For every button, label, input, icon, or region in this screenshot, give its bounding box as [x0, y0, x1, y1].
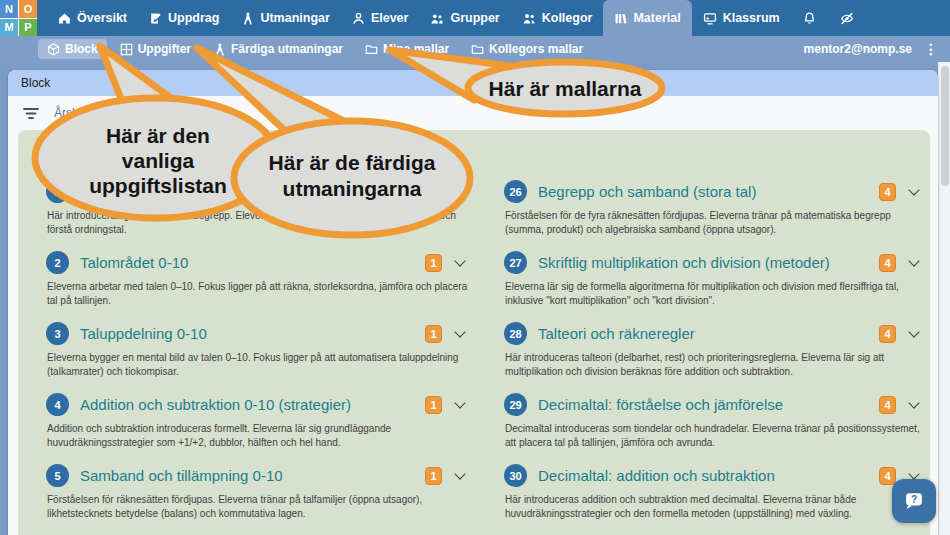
block-number-badge: 3 [46, 322, 69, 345]
subnav-item-label: Kollegors mallar [489, 42, 583, 56]
block-title: Taluppdelning 0-10 [80, 325, 417, 342]
nav-item-label: Klassrum [723, 11, 780, 25]
page-scrollbar[interactable] [938, 62, 950, 535]
cube-icon [47, 43, 60, 56]
folder-icon [365, 43, 378, 56]
nav-item-uppdrag[interactable]: Uppdrag [138, 0, 230, 36]
block-item-header[interactable]: 29Decimaltal: förståelse och jämförelse4 [504, 393, 924, 416]
block-description: Förståelsen för de fyra räknesätten förd… [505, 209, 923, 237]
nav-item-label: Översikt [77, 11, 127, 25]
filter-row: Årskurs [8, 96, 938, 130]
nav-item-översikt[interactable]: Översikt [47, 0, 138, 36]
block-description: Här introduceras grundläggande begrepp. … [47, 209, 469, 237]
block-item-header[interactable]: 30Decimaltal: addition och subtraktion4 [504, 464, 924, 487]
chevron-down-icon[interactable] [454, 397, 465, 408]
block-item: 5Samband och tillämpning 0-101Förståelse… [46, 464, 470, 521]
block-item: 1Antalsuppfattning och tal 0-101Här intr… [46, 180, 470, 237]
topnav-icon-buttons [791, 0, 866, 36]
bell-icon [803, 12, 816, 25]
block-panel: Block Årskurs 1Antalsuppfattning och tal… [8, 70, 938, 535]
chevron-down-icon[interactable] [908, 326, 919, 337]
block-item-header[interactable]: 4Addition och subtraktion 0-10 (strategi… [46, 393, 470, 416]
challenge-icon [213, 43, 226, 56]
block-list-container: 1Antalsuppfattning och tal 0-101Här intr… [18, 130, 930, 535]
block-item-header[interactable]: 5Samband och tillämpning 0-101 [46, 464, 470, 487]
grid-icon [120, 43, 133, 56]
chevron-down-icon[interactable] [454, 468, 465, 479]
block-number-badge: 30 [504, 464, 527, 487]
assignment-count-badge: 1 [425, 183, 442, 201]
block-item: 30Decimaltal: addition och subtraktion4H… [504, 464, 924, 521]
chevron-down-icon[interactable] [454, 184, 465, 195]
colleagues-icon [522, 12, 536, 25]
assignment-count-badge: 1 [425, 467, 442, 485]
help-chat-button[interactable]: ? [892, 479, 936, 523]
block-item-header[interactable]: 27Skriftlig multiplikation och division … [504, 251, 924, 274]
filter-icon[interactable] [23, 107, 39, 120]
block-item: 2Talområdet 0-101Eleverna arbetar med ta… [46, 251, 470, 308]
block-title: Addition och subtraktion 0-10 (strategie… [80, 396, 417, 413]
student-icon [352, 12, 365, 25]
block-title: Talområdet 0-10 [80, 254, 417, 271]
block-number-badge: 27 [504, 251, 527, 274]
block-item: 26Begrepp och samband (stora tal)4Förstå… [504, 180, 924, 237]
nav-item-label: Utmaningar [260, 11, 329, 25]
kebab-menu-icon[interactable]: ⋮ [912, 41, 942, 57]
subnav-item-färdiga-utmaningar[interactable]: Färdiga utmaningar [204, 39, 352, 59]
chevron-down-icon[interactable] [908, 468, 919, 479]
block-title: Decimaltal: addition och subtraktion [538, 467, 871, 484]
subnav-right: mentor2@nomp.se ⋮ [804, 41, 942, 57]
block-item-header[interactable]: 28Talteori och räkneregler4 [504, 322, 924, 345]
nav-item-elever[interactable]: Elever [341, 0, 420, 36]
block-item: 3Taluppdelning 0-101Eleverna bygger en m… [46, 322, 470, 379]
nav-item-utmaningar[interactable]: Utmaningar [230, 0, 340, 36]
block-number-badge: 29 [504, 393, 527, 416]
scrollbar-thumb[interactable] [941, 66, 949, 186]
subnav-items: BlockUppgifterFärdiga utmaningarMina mal… [38, 39, 596, 59]
chevron-down-icon[interactable] [454, 255, 465, 266]
assignment-count-badge: 1 [425, 325, 442, 343]
block-title: Decimaltal: förståelse och jämförelse [538, 396, 871, 413]
assignment-count-badge: 4 [879, 254, 896, 272]
nav-item-grupper[interactable]: Grupper [419, 0, 510, 36]
block-description: Decimaltal introduceras som tiondelar oc… [505, 422, 923, 450]
chevron-down-icon[interactable] [908, 184, 919, 195]
assignment-count-badge: 1 [425, 396, 442, 414]
block-item-header[interactable]: 3Taluppdelning 0-101 [46, 322, 470, 345]
block-number-badge: 5 [46, 464, 69, 487]
material-icon [614, 12, 627, 25]
block-item-header[interactable]: 2Talområdet 0-101 [46, 251, 470, 274]
block-title: Skriftlig multiplikation och division (m… [538, 254, 871, 271]
subnav-item-kollegors-mallar[interactable]: Kollegors mallar [462, 39, 592, 59]
subnav-item-label: Mina mallar [383, 42, 449, 56]
block-item-header[interactable]: 26Begrepp och samband (stora tal)4 [504, 180, 924, 203]
assignment-count-badge: 1 [425, 254, 442, 272]
nomp-logo[interactable]: NOMP [0, 0, 37, 36]
block-column-right: 26Begrepp och samband (stora tal)4Förstå… [504, 180, 924, 535]
chevron-down-icon[interactable] [454, 326, 465, 337]
nav-button-bell[interactable] [791, 0, 828, 36]
subnav-item-uppgifter[interactable]: Uppgifter [111, 39, 200, 59]
challenge-icon [241, 12, 254, 25]
grade-filter-label[interactable]: Årskurs [54, 106, 95, 120]
subnav-item-mina-mallar[interactable]: Mina mallar [356, 39, 458, 59]
block-number-badge: 28 [504, 322, 527, 345]
block-item: 4Addition och subtraktion 0-10 (strategi… [46, 393, 470, 450]
chat-bubble-question-icon: ? [900, 487, 928, 515]
nav-item-material[interactable]: Material [603, 0, 691, 36]
block-description: Här introduceras addition och subtraktio… [505, 493, 923, 521]
assignment-count-badge: 4 [879, 396, 896, 414]
assignment-icon [149, 12, 162, 25]
nav-item-label: Material [633, 11, 680, 25]
chevron-down-icon[interactable] [908, 397, 919, 408]
nav-item-klassrum[interactable]: Klassrum [692, 0, 791, 36]
topnav-items: ÖversiktUppdragUtmaningarEleverGrupperKo… [47, 0, 791, 36]
assignment-count-badge: 4 [879, 183, 896, 201]
block-description: Här introduceras talteori (delbarhet, re… [505, 351, 923, 379]
nav-button-eye-off[interactable] [828, 0, 866, 36]
subnav-item-block[interactable]: Block [38, 39, 107, 59]
block-item-header[interactable]: 1Antalsuppfattning och tal 0-101 [46, 180, 470, 203]
nav-item-kollegor[interactable]: Kollegor [511, 0, 604, 36]
nav-item-label: Uppdrag [168, 11, 219, 25]
chevron-down-icon[interactable] [908, 255, 919, 266]
